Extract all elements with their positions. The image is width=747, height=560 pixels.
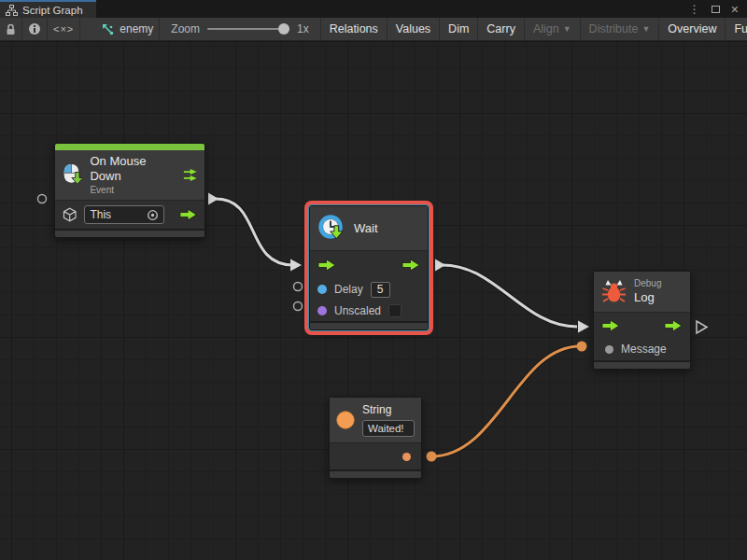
gameobject-cube-icon (63, 207, 77, 222)
overview-button[interactable]: Overview (659, 18, 726, 40)
delay-value-field[interactable]: 5 (371, 282, 390, 298)
zoom-slider-handle[interactable] (278, 23, 289, 35)
inspect-label: <×> (53, 23, 74, 35)
align-button[interactable]: Align▼ (525, 18, 581, 40)
node-footer (594, 360, 690, 369)
info-icon (28, 22, 41, 35)
zoom-slider[interactable] (207, 28, 289, 30)
port-this-input[interactable] (38, 195, 47, 203)
unscaled-port-dot[interactable] (317, 306, 327, 315)
full-screen-button[interactable]: Full Screen (726, 18, 747, 40)
wire-wait-to-log[interactable] (435, 259, 589, 333)
node-footer (310, 321, 428, 329)
values-button[interactable]: Values (388, 18, 440, 40)
object-picker-icon[interactable] (147, 209, 159, 221)
graph-reference-icon (101, 22, 114, 35)
flow-input-arrow[interactable] (601, 319, 620, 332)
debug-bug-icon (601, 279, 627, 303)
flow-output-arrow[interactable] (664, 319, 683, 332)
zoom-value: 1x (297, 22, 309, 35)
script-graph-window: Script Graph ⋮ × <×> (0, 0, 747, 560)
port-unscaled-input[interactable] (294, 302, 303, 311)
info-button[interactable] (22, 18, 48, 40)
wire-endpoint-dot (577, 342, 587, 352)
wire-arrowhead (578, 321, 589, 333)
port-label: Delay (334, 283, 363, 296)
maximize-icon[interactable] (712, 6, 720, 13)
port-label: Message (621, 343, 667, 356)
chevron-down-icon: ▼ (563, 24, 571, 34)
panel-menu-icon[interactable]: ⋮ (689, 4, 700, 15)
node-title: Log (634, 290, 661, 305)
delay-port-dot[interactable] (317, 285, 327, 294)
node-footer (330, 469, 421, 478)
event-indicator-bar (55, 144, 204, 150)
zoom-label: Zoom (171, 22, 200, 35)
unscaled-checkbox[interactable] (388, 304, 402, 317)
message-port-dot[interactable] (605, 345, 613, 354)
window-controls: ⋮ × (689, 0, 747, 18)
graph-reference[interactable]: enemy (80, 18, 160, 40)
graph-name: enemy (120, 22, 153, 35)
wire-string-to-message[interactable] (427, 342, 587, 462)
tab-script-graph[interactable]: Script Graph (0, 0, 96, 18)
wire-endpoint-dot (427, 452, 437, 462)
node-title: String (362, 403, 415, 417)
port-log-flow-output[interactable] (697, 321, 707, 333)
tab-title: Script Graph (22, 5, 83, 16)
inspect-toggle-button[interactable]: <×> (48, 18, 80, 40)
wire-on-mouse-down-to-wait[interactable] (208, 193, 302, 272)
mouse-down-icon (63, 161, 82, 189)
wire-arrowhead (290, 259, 302, 272)
this-target-field[interactable]: This (84, 205, 163, 224)
toolbar-buttons: Relations Values Dim Carry Align▼ Distri… (321, 18, 747, 40)
dim-button[interactable]: Dim (440, 18, 478, 40)
node-on-mouse-down[interactable]: On Mouse Down Event This (54, 143, 205, 238)
wait-clock-icon (317, 214, 346, 243)
distribute-button[interactable]: Distribute▼ (581, 18, 660, 40)
node-title: Wait (354, 221, 378, 235)
wire-source-triangle (208, 193, 218, 205)
string-value: Waited! (368, 422, 404, 435)
tab-bar: Script Graph ⋮ × (0, 0, 747, 18)
wire-source-triangle (435, 259, 445, 272)
graph-toolbar: <×> enemy Zoom 1x Relations Values Dim C… (0, 18, 747, 41)
event-trigger-icon (183, 167, 197, 183)
port-label: Unscaled (334, 304, 381, 317)
string-value-field[interactable]: Waited! (362, 420, 415, 437)
node-debug-log[interactable]: Debug Log Message (593, 271, 691, 370)
node-string[interactable]: String Waited! (329, 397, 422, 479)
node-footer (55, 229, 204, 237)
flow-output-arrow[interactable] (402, 259, 420, 272)
close-icon[interactable]: × (731, 3, 739, 16)
node-title: On Mouse Down (90, 154, 167, 185)
node-subtitle: Event (90, 185, 167, 197)
node-wait[interactable]: Wait Delay 5 Unscaled (309, 205, 429, 330)
string-output-port-dot[interactable] (402, 453, 411, 461)
this-target-value: This (90, 208, 111, 221)
flow-input-arrow[interactable] (317, 259, 336, 272)
string-literal-icon (336, 407, 355, 433)
port-delay-input[interactable] (294, 283, 303, 291)
relations-button[interactable]: Relations (321, 18, 388, 40)
zoom-control: Zoom 1x (160, 18, 320, 40)
lock-button[interactable] (0, 18, 22, 40)
node-group-label: Debug (634, 278, 661, 290)
graph-canvas[interactable]: On Mouse Down Event This (0, 42, 747, 560)
script-graph-icon (6, 5, 18, 16)
flow-output-arrow[interactable] (179, 208, 197, 221)
carry-button[interactable]: Carry (478, 18, 525, 40)
chevron-down-icon: ▼ (641, 24, 650, 34)
lock-icon (6, 23, 16, 35)
